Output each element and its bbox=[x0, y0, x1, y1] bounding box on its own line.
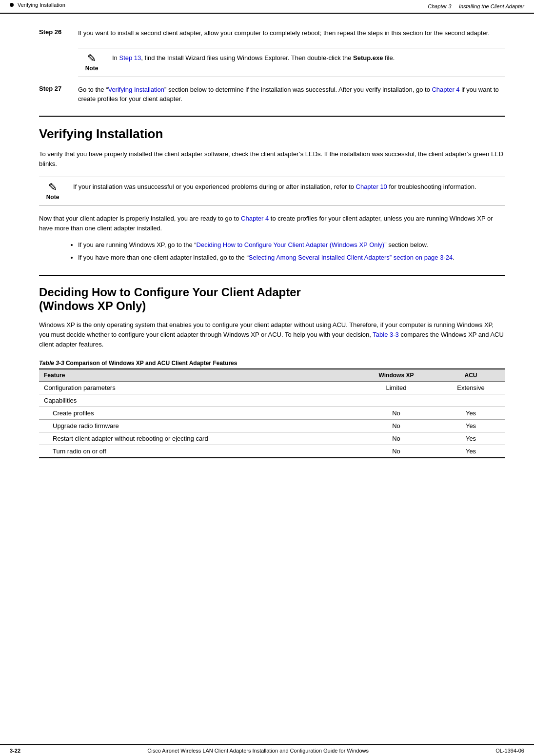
verifying-para2-before: Now that your client adapter is properly… bbox=[39, 215, 241, 222]
verifying-bullet-list: If you are running Windows XP, go to the… bbox=[39, 240, 505, 263]
header-chapter-title: Installing the Client Adapter bbox=[459, 3, 524, 9]
note-step26-link[interactable]: Step 13 bbox=[119, 54, 141, 61]
cell-config-windows: Limited bbox=[356, 381, 437, 394]
table-row: Create profiles No Yes bbox=[39, 407, 505, 419]
note-step26-content: In Step 13, find the Install Wizard file… bbox=[112, 53, 505, 63]
note-step26-icon-area: ✎ Note bbox=[78, 53, 112, 72]
deciding-heading-line1: Deciding How to Configure Your Client Ad… bbox=[39, 286, 301, 299]
page-header: Verifying Installation Chapter 3 Install… bbox=[0, 0, 534, 14]
deciding-heading: Deciding How to Configure Your Client Ad… bbox=[39, 286, 505, 314]
verifying-para2-link[interactable]: Chapter 4 bbox=[241, 215, 269, 222]
note-step26: ✎ Note In Step 13, find the Install Wiza… bbox=[78, 48, 505, 77]
table-caption: Table 3-3 Comparison of Windows XP and A… bbox=[39, 360, 505, 367]
footer-page-num: 3-22 bbox=[10, 748, 20, 754]
cell-restart-feature: Restart client adapter without rebooting… bbox=[39, 432, 356, 445]
header-chapter-num: Chapter 3 bbox=[428, 3, 451, 9]
header-section-label: Verifying Installation bbox=[10, 2, 65, 8]
cell-capabilities-acu bbox=[437, 394, 505, 407]
note-step26-label: Note bbox=[85, 65, 99, 72]
step-27-link2[interactable]: Chapter 4 bbox=[432, 86, 459, 93]
table-row: Upgrade radio firmware No Yes bbox=[39, 419, 505, 432]
main-content: Step 26 If you want to install a second … bbox=[0, 14, 534, 488]
col-acu-header: ACU bbox=[437, 369, 505, 382]
bullet2-after: . bbox=[453, 254, 455, 261]
table-row: Configuration parameters Limited Extensi… bbox=[39, 381, 505, 394]
footer-center-text: Cisco Aironet Wireless LAN Client Adapte… bbox=[20, 748, 495, 754]
step-27-content: Go to the “Verifying Installation” secti… bbox=[78, 85, 505, 104]
step-27-text-before: Go to the “ bbox=[78, 86, 108, 93]
bullet1-after: ” section below. bbox=[384, 241, 428, 248]
table-row: Capabilities bbox=[39, 394, 505, 407]
note-verifying-text-before: If your installation was unsuccessful or… bbox=[73, 183, 356, 190]
note-step26-text-before: In bbox=[112, 54, 119, 61]
cell-profiles-acu: Yes bbox=[437, 407, 505, 419]
table-row: Restart client adapter without rebooting… bbox=[39, 432, 505, 445]
note-verifying-link[interactable]: Chapter 10 bbox=[356, 183, 387, 190]
note-step26-bold: Setup.exe bbox=[353, 54, 383, 61]
bullet-item-1: If you are running Windows XP, go to the… bbox=[78, 240, 505, 250]
step-27-link1[interactable]: Verifying Installation bbox=[108, 86, 164, 93]
verifying-para2: Now that your client adapter is properly… bbox=[39, 214, 505, 233]
note-verifying-label: Note bbox=[46, 194, 59, 201]
cell-radio-feature: Turn radio on or off bbox=[39, 445, 356, 458]
verifying-para1: To verify that you have properly install… bbox=[39, 149, 505, 169]
deciding-para1: Windows XP is the only operating system … bbox=[39, 320, 505, 349]
col-windows-header: Windows XP bbox=[356, 369, 437, 382]
cell-profiles-feature: Create profiles bbox=[39, 407, 356, 419]
step-27-block: Step 27 Go to the “Verifying Installatio… bbox=[39, 85, 505, 104]
note-verifying-text-after: for troubleshooting information. bbox=[387, 183, 476, 190]
section-divider-verifying bbox=[39, 116, 505, 117]
table-header-row: Feature Windows XP ACU bbox=[39, 369, 505, 382]
note-verifying-icon-area: ✎ Note bbox=[39, 182, 73, 201]
table-caption-num: Table 3-3 bbox=[39, 360, 64, 367]
cell-restart-acu: Yes bbox=[437, 432, 505, 445]
step-27-text-middle: ” section below to determine if the inst… bbox=[164, 86, 432, 93]
bullet-item-2: If you have more than one client adapter… bbox=[78, 253, 505, 263]
bullet1-link[interactable]: Deciding How to Configure Your Client Ad… bbox=[197, 241, 385, 248]
cell-restart-windows: No bbox=[356, 432, 437, 445]
cell-config-feature: Configuration parameters bbox=[39, 381, 356, 394]
bullet2-link[interactable]: Selecting Among Several Installed Client… bbox=[249, 254, 453, 261]
cell-firmware-feature: Upgrade radio firmware bbox=[39, 419, 356, 432]
note-step26-text-end: file. bbox=[383, 54, 395, 61]
cell-radio-windows: No bbox=[356, 445, 437, 458]
cell-capabilities-windows bbox=[356, 394, 437, 407]
cell-firmware-acu: Yes bbox=[437, 419, 505, 432]
verifying-heading: Verifying Installation bbox=[39, 126, 505, 142]
table-caption-text: Comparison of Windows XP and ACU Client … bbox=[64, 360, 237, 367]
step-26-label: Step 26 bbox=[39, 28, 78, 36]
table-row: Turn radio on or off No Yes bbox=[39, 445, 505, 458]
step-26-content: If you want to install a second client a… bbox=[78, 28, 505, 38]
deciding-heading-line2: (Windows XP Only) bbox=[39, 299, 146, 312]
header-section-text: Verifying Installation bbox=[18, 2, 65, 8]
note-step26-pencil-icon: ✎ bbox=[87, 53, 96, 64]
bullet2-before: If you have more than one client adapter… bbox=[78, 254, 249, 261]
note-verifying-pencil-icon: ✎ bbox=[48, 182, 57, 193]
step-26-block: Step 26 If you want to install a second … bbox=[39, 28, 505, 38]
cell-firmware-windows: No bbox=[356, 419, 437, 432]
cell-profiles-windows: No bbox=[356, 407, 437, 419]
step-26-text: If you want to install a second client a… bbox=[78, 29, 490, 37]
header-chapter-text: Chapter 3 Installing the Client Adapter bbox=[428, 3, 524, 9]
table-body: Configuration parameters Limited Extensi… bbox=[39, 381, 505, 458]
header-bullet-icon bbox=[10, 3, 14, 7]
deciding-para1-link[interactable]: Table 3-3 bbox=[373, 331, 398, 338]
section-divider-deciding bbox=[39, 275, 505, 276]
table-header: Feature Windows XP ACU bbox=[39, 369, 505, 382]
cell-radio-acu: Yes bbox=[437, 445, 505, 458]
bullet1-before: If you are running Windows XP, go to the… bbox=[78, 241, 197, 248]
step-27-label: Step 27 bbox=[39, 85, 78, 92]
footer-right-text: OL-1394-06 bbox=[495, 748, 524, 754]
cell-capabilities: Capabilities bbox=[39, 394, 356, 407]
note-step26-text-after: , find the Install Wizard files using Wi… bbox=[141, 54, 353, 61]
cell-config-acu: Extensive bbox=[437, 381, 505, 394]
comparison-table: Feature Windows XP ACU Configuration par… bbox=[39, 368, 505, 458]
note-verifying: ✎ Note If your installation was unsucces… bbox=[39, 177, 505, 206]
col-feature-header: Feature bbox=[39, 369, 356, 382]
note-verifying-content: If your installation was unsuccessful or… bbox=[73, 182, 505, 192]
page-footer: 3-22 Cisco Aironet Wireless LAN Client A… bbox=[0, 744, 534, 756]
